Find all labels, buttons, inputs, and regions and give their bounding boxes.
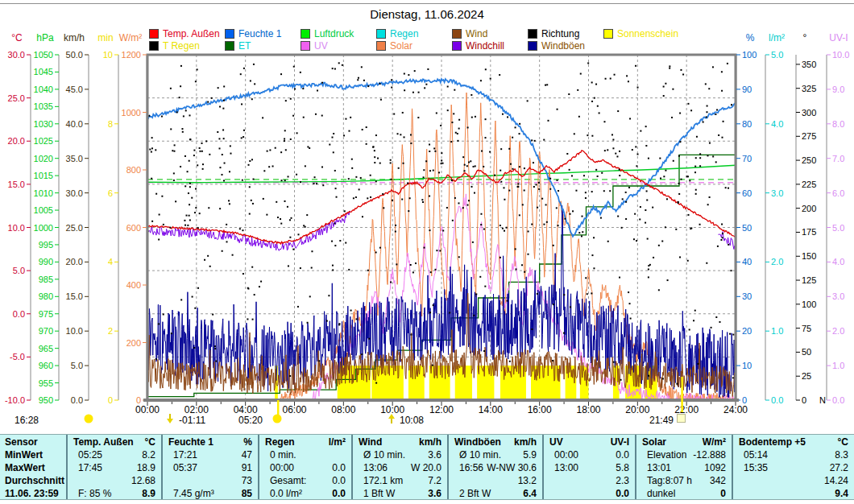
stats-group-solar: SolarW/m²Elevation-12.88813:011092Tag:8:… [635,435,732,499]
sun-icon [273,415,282,423]
axis-tick-label: 20.0 [66,257,83,266]
axis-tick-label: 60 [742,188,752,198]
axis-lm2: 5.04.03.02.01.00.0l/m² [765,32,785,405]
x-axis: 00:0002:0004:0006:0008:0010:0012:0014:00… [135,400,748,415]
stats-cell: 73 [163,474,258,487]
stats-cell: 05:148.3 [733,448,854,461]
axis-tick-label: 4.0 [832,257,844,266]
axis-tick-label: 175 [802,227,816,237]
stats-cell: 13:011092 [636,461,732,474]
sunset-square-icon [678,415,686,423]
stats-cell: F: 85 %8.9 [68,487,161,500]
stats-row-label: MaxWert [0,461,66,474]
axis-tick-label: 25.0 [66,223,83,233]
axis-tick-label: 990 [39,257,53,266]
axis-tick-label: 3.0 [832,291,844,301]
axis-tick-label: -5.0 [10,352,25,361]
axis-tick-label: 1050 [34,50,53,60]
stats-row-label: MinWert [0,448,66,461]
annotation-label: -01:11 [179,415,205,426]
axis-tick-label: 2 [108,326,113,336]
axis-tick-label: 350 [802,60,816,69]
axis-tick-label: 45.0 [66,85,83,94]
axis-tick-label: 5.0 [771,50,783,60]
stats-cell: 05:258.2 [68,448,161,461]
x-tick-label: 18:00 [576,404,600,415]
stats-group-header: SolarW/m² [636,436,732,448]
axis-tick-label: 50.0 [66,50,83,60]
stats-cell: 05:3791 [163,461,258,474]
axis-title-dir: ° [803,32,807,43]
axis-tick-label: 300 [802,108,816,118]
axis-tick-label: 1.0 [771,326,783,336]
axis-tick-label: 0.0 [13,309,25,319]
axis-tick-label: 50 [802,347,811,357]
stats-cell: 15:3527.2 [733,461,854,474]
axis-tick-label: 965 [39,344,53,353]
axis-tick-label: 30.0 [8,50,25,60]
stats-cell: dunkel0 [636,487,732,500]
axis-tick-label: 3.0 [771,188,783,198]
x-tick-label: 10:00 [380,404,404,415]
axis-tick-label: 1035 [34,101,53,111]
axis-title-kmh: km/h [64,32,85,43]
axis-tick-label: 40.0 [66,119,83,129]
axis-tick-label: 1025 [34,136,53,146]
stats-group-windb-en: Windböenkm/hØ 10 min.5.916:56W-NW 30.613… [447,435,542,499]
stats-sensor-column: SensorMinWertMaxWertDurchschnitt11.06. 2… [0,435,66,499]
axis-tick-label: 0.0 [771,395,783,405]
axis-tick-label: 1030 [34,119,53,129]
axis-tick-label: 1000 [34,223,53,233]
axis-tick-label: 15.0 [8,180,25,189]
stats-cell: 2 Bft W6.4 [449,487,542,500]
axis-tick-label: 0.0 [71,395,83,405]
stats-group-uv: UVUV-I00:000.013:005.82.30.0 [542,435,635,499]
stats-group-header: Feuchte 1% [163,436,258,448]
stats-cell: 9.4 [733,487,854,500]
axis-tick-label: 40 [742,257,752,266]
axis-tick-label: 1000 [122,108,141,118]
stats-cell: 0.0 l/m²0.0 [259,487,351,500]
stats-cell: 7.45 g/m³85 [163,487,258,500]
axis-tick-label: 25 [802,371,811,381]
stats-cell: 17:4518.9 [68,461,161,474]
axis-tick-label: 960 [39,361,53,370]
annotation-label: 16:28 [15,415,39,426]
axis-tick-label: 8 [108,119,113,129]
stats-group-header: Windböenkm/h [449,436,542,448]
axis-tick-label: 0 [108,395,113,405]
axis-tick-label: 90 [742,85,752,94]
axis-tick-label: 20 [742,326,752,336]
annotation-label: 10:08 [400,415,424,426]
axis-kmh: 50.045.040.035.030.025.020.015.010.05.00… [64,32,89,405]
axis-tick-label: 9.0 [832,85,844,94]
annotation-label: 21:49 [649,415,674,426]
x-tick-label: 04:00 [234,404,258,415]
axis-title-min: min [97,32,113,43]
axis-tick-label: 200 [802,204,816,213]
axis-tick-label: 600 [126,223,141,233]
axis-tick-label: 125 [802,275,816,285]
axis-tick-label: 5.0 [71,361,83,370]
sun-icon [85,415,93,423]
axis-tick-label: 0 [802,395,806,405]
axis-tick-label: 325 [802,84,816,93]
stats-group-feuchte-1: Feuchte 1%17:214705:3791737.45 g/m³85 [161,435,258,499]
axis-tick-label: 35.0 [66,154,83,163]
stats-cell: Gesamt:0.0 [259,474,351,487]
axis-tick-label: 6.0 [832,188,844,198]
axis-tick-label: 2.0 [832,326,844,336]
axis-title-degC: °C [11,32,23,43]
axis-tick-label: 975 [39,309,53,319]
axis-tick-label: 100 [802,300,816,309]
axis-tick-label: 75 [802,324,811,333]
axis-tick-label: 15.0 [66,291,83,301]
axis-tick-label: 80 [742,119,752,129]
stats-cell: 16:56W-NW 30.6 [449,461,542,474]
axis-tick-label: 970 [39,326,53,336]
x-tick-label: 00:00 [135,404,160,415]
axis-tick-label: 1.0 [832,361,844,370]
stats-cell: 00:000.0 [544,448,635,461]
axis-tick-label: 1200 [122,50,141,60]
axis-tick-label: 50 [742,223,752,233]
